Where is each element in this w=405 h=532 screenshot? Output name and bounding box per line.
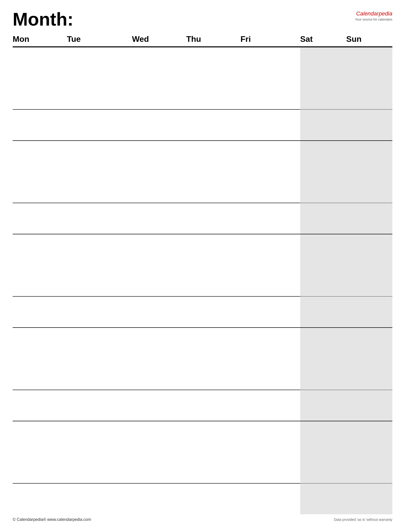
cell-inner-line [186,109,240,110]
cell-inner-line [240,203,300,203]
cell-row3-sat[interactable] [300,234,346,327]
cell-row2-fri[interactable] [240,141,300,234]
brand-logo: Calendarpedia Your source for calendars [355,10,392,22]
brand-name: Calendarpedia [355,10,392,17]
cell-inner-line [300,109,346,110]
cell-row3-sun[interactable] [346,234,392,327]
day-header-mon: Mon [13,33,67,45]
cell-inner-line [67,390,132,390]
cell-inner-line [240,390,300,390]
cell-row3-mon[interactable] [13,234,67,327]
cell-inner-line [67,109,132,110]
day-header-sun: Sun [346,33,392,45]
cell-row3-fri[interactable] [240,234,300,327]
cell-inner-line [132,203,186,203]
cell-row5-sun[interactable] [346,421,392,514]
cell-inner-line [346,390,392,390]
brand-tagline: Your source for calendars [355,17,392,22]
cell-inner-line [132,296,186,297]
cell-row3-thu[interactable] [186,234,240,327]
day-header-thu: Thu [186,33,240,45]
cell-row4-sat[interactable] [300,328,346,421]
cell-row5-thu[interactable] [186,421,240,514]
calendar: MonTueWedThuFriSatSun [13,33,392,514]
month-title: Month: [13,10,73,28]
cell-inner-line [346,296,392,297]
cell-row4-sun[interactable] [346,328,392,421]
cell-row1-sun[interactable] [346,47,392,140]
cell-inner-line [186,390,240,390]
cell-inner-line [67,296,132,297]
brand-name-part2: pedia [379,10,392,17]
cell-row1-wed[interactable] [132,47,186,140]
cell-inner-line [132,390,186,390]
cell-row2-wed[interactable] [132,141,186,234]
day-headers: MonTueWedThuFriSatSun [13,33,392,47]
cell-row1-mon[interactable] [13,47,67,140]
cell-inner-line [346,483,392,484]
calendar-section [13,47,392,514]
cell-row5-tue[interactable] [67,421,132,514]
cell-row5-fri[interactable] [240,421,300,514]
cell-inner-line [13,296,67,297]
cell-inner-line [13,109,67,110]
cell-row4-mon[interactable] [13,328,67,421]
cell-inner-line [240,296,300,297]
cell-row1-sat[interactable] [300,47,346,140]
cell-row4-wed[interactable] [132,328,186,421]
cell-row5-mon[interactable] [13,421,67,514]
cell-inner-line [240,109,300,110]
cell-inner-line [186,296,240,297]
cell-row5-sat[interactable] [300,421,346,514]
footer-copyright: © Calendarpedia® www.calendarpedia.com [13,517,91,522]
cell-row2-sat[interactable] [300,141,346,234]
cell-row5-wed[interactable] [132,421,186,514]
cell-inner-line [13,483,67,484]
cell-row2-sun[interactable] [346,141,392,234]
page: Month: Calendarpedia Your source for cal… [0,0,405,532]
cell-inner-line [300,203,346,203]
cell-inner-line [300,483,346,484]
cell-row1-tue[interactable] [67,47,132,140]
cell-row2-mon[interactable] [13,141,67,234]
cell-inner-line [67,203,132,203]
cell-row3-wed[interactable] [132,234,186,327]
cell-inner-line [240,483,300,484]
week-row-5 [13,421,392,514]
cell-row4-fri[interactable] [240,328,300,421]
brand-name-part1: Calendar [356,10,379,17]
week-row-1 [13,47,392,141]
day-header-tue: Tue [67,33,132,45]
cell-row2-tue[interactable] [67,141,132,234]
cell-inner-line [186,483,240,484]
cell-row3-tue[interactable] [67,234,132,327]
header: Month: Calendarpedia Your source for cal… [13,10,392,28]
cell-inner-line [346,203,392,203]
cell-inner-line [132,483,186,484]
cell-row1-thu[interactable] [186,47,240,140]
cell-inner-line [132,109,186,110]
cell-inner-line [186,203,240,203]
cell-row1-fri[interactable] [240,47,300,140]
footer: © Calendarpedia® www.calendarpedia.com D… [13,514,392,522]
cell-inner-line [67,483,132,484]
day-header-wed: Wed [132,33,186,45]
footer-disclaimer: Data provided 'as is' without warranty [334,518,392,522]
cell-inner-line [300,296,346,297]
cell-inner-line [13,203,67,203]
cell-inner-line [300,390,346,390]
cell-row2-thu[interactable] [186,141,240,234]
week-row-4 [13,328,392,421]
cell-row4-tue[interactable] [67,328,132,421]
cell-inner-line [13,390,67,390]
day-header-fri: Fri [240,33,300,45]
cell-inner-line [346,109,392,110]
day-header-sat: Sat [300,33,346,45]
week-row-3 [13,234,392,328]
week-row-2 [13,141,392,234]
cell-row4-thu[interactable] [186,328,240,421]
